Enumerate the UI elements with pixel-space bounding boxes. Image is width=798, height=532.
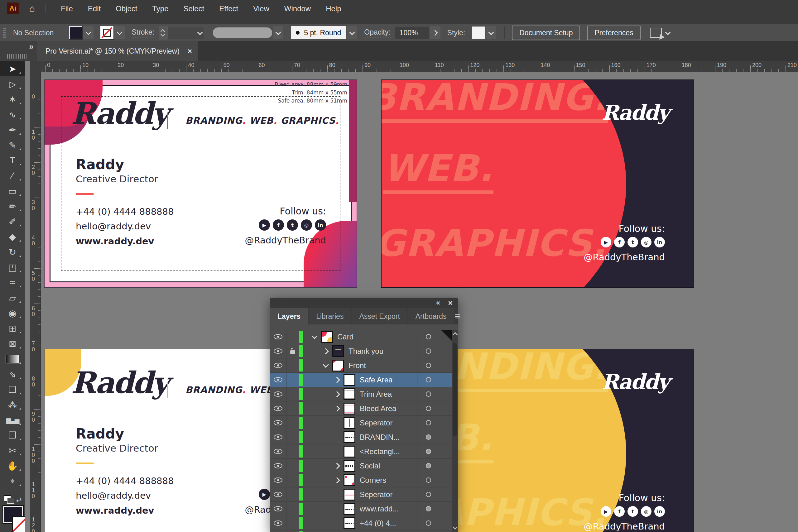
symbol-sprayer-tool[interactable]: ⁂ [0, 397, 25, 412]
panel-grip[interactable] [3, 27, 6, 38]
layer-name[interactable]: <Rectangl... [360, 447, 400, 456]
width-profile-preview[interactable] [213, 27, 272, 38]
menu-item-object[interactable]: Object [108, 2, 145, 15]
slice-tool[interactable]: ✂ [0, 443, 25, 458]
width-tool[interactable]: ≈ [0, 275, 25, 290]
document-setup-button[interactable]: Document Setup [512, 25, 580, 40]
layer-name[interactable]: Seperator [360, 419, 393, 427]
layer-thumbnail[interactable] [343, 446, 355, 457]
column-graph-tool[interactable]: ▆▃▅ [0, 412, 25, 428]
target-circle[interactable] [426, 449, 431, 454]
chevron-down-icon[interactable] [311, 333, 318, 339]
swap-fill-stroke-icon[interactable]: ⇄ [16, 496, 22, 504]
chevron-right-icon[interactable] [334, 391, 340, 397]
target-circle[interactable] [426, 463, 431, 469]
direct-selection-tool[interactable]: ▷ [0, 76, 25, 92]
visibility-eye-icon[interactable] [274, 406, 282, 411]
layer-thumbnail[interactable] [332, 360, 344, 372]
curvature-tool[interactable]: ✎ [0, 137, 25, 153]
visibility-eye-icon[interactable] [274, 434, 282, 440]
menu-item-help[interactable]: Help [318, 2, 348, 15]
layer-name[interactable]: Trim Area [360, 390, 392, 399]
layer-name[interactable]: Thank you [348, 347, 383, 356]
app-logo-icon[interactable]: Ai [7, 2, 19, 14]
layer-row-social[interactable]: Social [270, 459, 458, 473]
stroke-weight-label[interactable]: Stroke: [132, 28, 154, 37]
layer-name[interactable]: Corners [360, 476, 386, 484]
fill-color-swatch[interactable] [69, 26, 82, 39]
chevron-down-icon[interactable] [323, 362, 329, 368]
layer-thumbnail[interactable] [332, 345, 344, 357]
paintbrush-tool[interactable]: ✏ [0, 198, 25, 214]
target-circle[interactable] [426, 363, 431, 368]
visibility-eye-icon[interactable] [274, 420, 282, 425]
target-circle[interactable] [426, 434, 431, 440]
line-segment-tool[interactable]: ∕ [0, 168, 25, 183]
visibility-eye-icon[interactable] [274, 449, 282, 454]
home-icon[interactable]: ⌂ [29, 2, 35, 14]
horizontal-ruler[interactable]: 0102030405060708090100110120130140150160… [40, 61, 798, 72]
layer-name[interactable]: www.radd... [360, 505, 399, 513]
chevron-right-icon[interactable] [334, 377, 340, 383]
chevron-right-icon[interactable] [323, 348, 329, 354]
layer-name[interactable]: Social [360, 461, 380, 470]
scale-tool[interactable]: ◳ [0, 260, 25, 275]
panel-tab-artboards[interactable]: Artboards [408, 308, 454, 324]
shaper-tool[interactable]: ✐ [0, 214, 25, 229]
target-circle[interactable] [426, 334, 431, 339]
panel-tab-libraries[interactable]: Libraries [309, 308, 351, 324]
eyedropper-tool[interactable]: ⇘ [0, 366, 25, 382]
brush-definition-dropdown[interactable] [347, 26, 357, 39]
stroke-color-swatch[interactable] [100, 26, 113, 39]
selection-tool[interactable]: ➤ [0, 61, 25, 76]
layer-thumbnail[interactable] [343, 388, 355, 400]
document-tab-close-icon[interactable]: × [188, 47, 192, 56]
document-tab[interactable]: Pro Version.ai* @ 150 % (CMYK/Preview) × [37, 41, 197, 61]
opacity-value-field[interactable]: 100% [395, 26, 429, 39]
collapse-panel-icon[interactable]: « [436, 298, 440, 307]
layer-thumbnail[interactable] [343, 431, 355, 443]
perspective-grid-tool[interactable]: ⊞ [0, 321, 25, 336]
preferences-button[interactable]: Preferences [587, 25, 641, 40]
target-circle[interactable] [426, 506, 431, 511]
layer-thumbnail[interactable] [343, 374, 355, 386]
style-swatch[interactable] [472, 26, 485, 39]
layer-name[interactable]: Seperator [360, 490, 393, 499]
layer-thumbnail[interactable] [343, 474, 355, 486]
menu-item-file[interactable]: File [53, 2, 80, 15]
layer-row-corners[interactable]: Corners [270, 473, 458, 488]
menu-item-view[interactable]: View [246, 2, 277, 15]
layer-row-seperator[interactable]: Seperator [270, 488, 458, 502]
default-fill-stroke-icon[interactable] [4, 495, 11, 501]
layer-thumbnail[interactable] [343, 417, 355, 429]
ruler-corner[interactable] [30, 61, 41, 72]
blend-tool[interactable]: ❏ [0, 382, 25, 397]
panel-menu-icon[interactable]: ≡ [455, 311, 460, 322]
visibility-eye-icon[interactable] [274, 492, 282, 497]
target-circle[interactable] [426, 492, 431, 497]
panel-tab-layers[interactable]: Layers [270, 308, 308, 324]
lasso-tool[interactable]: ∿ [0, 107, 25, 122]
stroke-color-dropdown[interactable] [114, 26, 125, 39]
chevron-right-icon[interactable] [334, 477, 340, 483]
layer-name[interactable]: Card [337, 332, 354, 341]
layer-row-front[interactable]: Front [270, 358, 458, 373]
mesh-tool[interactable]: ⊠ [0, 336, 25, 351]
pen-tool[interactable]: ✒ [0, 122, 25, 137]
brush-definition-select[interactable]: 5 pt. Round [291, 26, 346, 39]
layer-name[interactable]: BRANDIN... [360, 433, 400, 442]
eraser-tool[interactable]: ◆ [0, 229, 25, 244]
layer-row-card[interactable]: Card [270, 330, 458, 344]
menu-item-window[interactable]: Window [277, 2, 318, 15]
stroke-weight-stepper[interactable] [159, 26, 167, 40]
layer-name[interactable]: Front [348, 361, 366, 370]
layer-thumbnail[interactable] [343, 503, 355, 515]
layer-row-safe-area[interactable]: Safe Area [270, 373, 458, 387]
layer-row-brandin[interactable]: BRANDIN... [270, 430, 458, 444]
target-circle[interactable] [426, 406, 431, 411]
lock-icon[interactable] [290, 350, 295, 354]
layer-row-44-0-4[interactable]: +44 (0) 4... [270, 516, 458, 530]
layer-thumbnail[interactable] [321, 331, 333, 343]
arrange-documents-icon[interactable] [650, 28, 662, 38]
artboard-front-pink[interactable]: Bleed area: 88mm x 59mm Trim: 84mm x 55m… [44, 79, 357, 288]
